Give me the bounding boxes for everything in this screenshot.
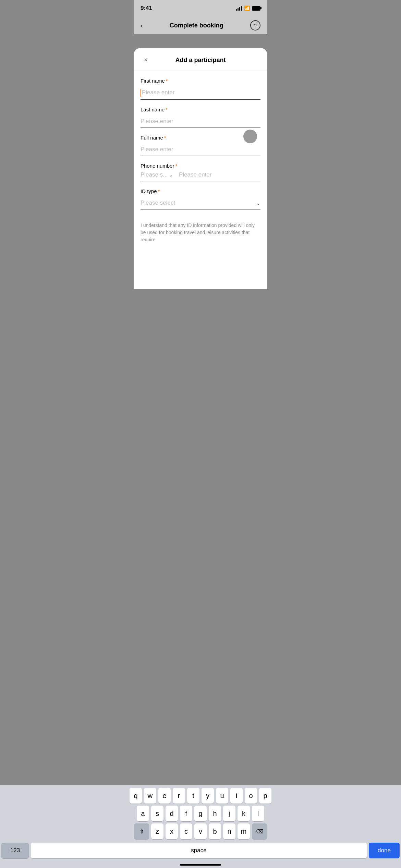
last-name-input[interactable]: Please enter — [141, 115, 260, 128]
nav-bar: ‹ Complete booking ? — [134, 16, 267, 34]
required-star: * — [164, 135, 166, 141]
phone-number-input[interactable]: Please enter — [179, 171, 260, 178]
country-placeholder: Please s... — [141, 171, 168, 178]
phone-number-placeholder: Please enter — [179, 171, 211, 178]
modal-header: × Add a participant — [134, 48, 267, 71]
back-button[interactable]: ‹ — [141, 22, 143, 29]
battery-icon — [252, 6, 260, 11]
id-type-placeholder: Please select — [141, 200, 175, 206]
country-code-selector[interactable]: Please s... ⌄ — [141, 171, 175, 178]
wifi-icon: 📶 — [244, 5, 250, 11]
page-title: Complete booking — [170, 22, 223, 29]
full-name-input[interactable]: Please enter — [141, 143, 260, 156]
scroll-handle[interactable] — [243, 130, 257, 143]
required-star: * — [166, 78, 168, 84]
full-name-placeholder: Please enter — [141, 146, 173, 153]
phone-number-field: Phone number * Please s... ⌄ Please ente… — [141, 163, 260, 181]
signal-bars-icon — [236, 6, 242, 11]
required-star: * — [175, 163, 177, 169]
full-name-label: Full name * — [141, 135, 260, 141]
chevron-down-icon: ⌄ — [169, 172, 173, 178]
first-name-input[interactable]: Please enter — [141, 86, 260, 100]
close-icon: × — [144, 57, 148, 64]
modal-title: Add a participant — [151, 57, 250, 64]
status-icons: 📶 — [236, 5, 260, 11]
required-star: * — [166, 107, 168, 112]
phone-number-label: Phone number * — [141, 163, 260, 169]
cursor-indicator — [141, 89, 141, 97]
form-content: First name * Please enter Last name * Pl… — [134, 71, 267, 250]
required-star: * — [158, 188, 160, 194]
id-type-label: ID type * — [141, 188, 260, 194]
close-button[interactable]: × — [141, 55, 151, 65]
phone-field-row: Please s... ⌄ Please enter — [141, 171, 260, 181]
status-bar: 9:41 📶 — [134, 0, 267, 16]
modal-sheet: × Add a participant First name * Please … — [134, 48, 267, 289]
full-name-field: Full name * Please enter — [141, 135, 260, 156]
help-icon: ? — [254, 23, 257, 28]
first-name-label: First name * — [141, 78, 260, 84]
last-name-placeholder: Please enter — [141, 118, 173, 124]
last-name-field: Last name * Please enter — [141, 107, 260, 128]
first-name-placeholder: Please enter — [142, 89, 174, 96]
id-type-field: ID type * Please select ⌄ — [141, 188, 260, 209]
disclaimer-text: I understand that any ID information pro… — [141, 216, 260, 250]
id-type-select[interactable]: Please select ⌄ — [141, 197, 260, 209]
last-name-label: Last name * — [141, 107, 260, 112]
chevron-down-icon: ⌄ — [256, 200, 260, 206]
status-time: 9:41 — [141, 5, 152, 12]
help-button[interactable]: ? — [250, 20, 260, 31]
first-name-field: First name * Please enter — [141, 78, 260, 100]
